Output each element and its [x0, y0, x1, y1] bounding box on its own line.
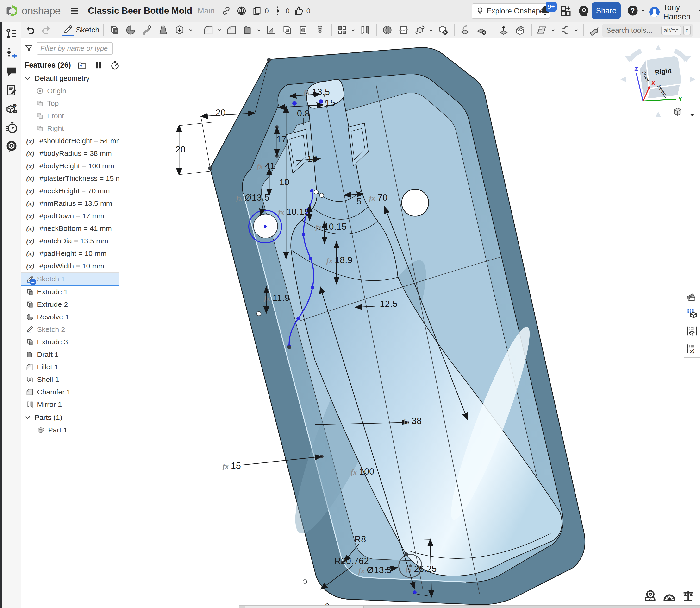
- dimension-label[interactable]: 12.5: [380, 299, 397, 309]
- rollback-icon[interactable]: [110, 60, 120, 70]
- dimension-label[interactable]: fx100: [351, 467, 374, 477]
- chevron-down-icon[interactable]: [216, 27, 222, 33]
- dimension-label[interactable]: fx10.15: [278, 207, 309, 217]
- filter-input[interactable]: [37, 42, 113, 55]
- revolve-icon[interactable]: [124, 23, 137, 37]
- dimension-label[interactable]: 20: [175, 145, 186, 155]
- suppress-icon[interactable]: [94, 60, 103, 70]
- delete-face-icon[interactable]: [475, 23, 488, 37]
- tree-item-right[interactable]: Right: [21, 122, 119, 135]
- dimension-label[interactable]: R20.762: [334, 556, 369, 566]
- tree-item--bodyheight-100-mm[interactable]: (x)#bodyHeight = 100 mm: [21, 160, 119, 172]
- tree-item-extrude-3[interactable]: Extrude 3: [21, 336, 119, 348]
- loft-icon[interactable]: [157, 23, 170, 37]
- move-face-icon[interactable]: [459, 23, 472, 37]
- dimension-label[interactable]: fx38: [403, 416, 422, 426]
- plane-icon[interactable]: [536, 23, 548, 37]
- protractor-icon[interactable]: [662, 589, 677, 604]
- tree-item--rimradius-13-5-mm[interactable]: (x)#rimRadius = 13.5 mm: [21, 197, 119, 210]
- feedback-icon[interactable]: [5, 140, 18, 153]
- feature-list-icon[interactable]: [5, 27, 18, 41]
- appearance-panel-button[interactable]: [684, 287, 700, 304]
- dimension-label[interactable]: fx18.9: [326, 255, 352, 265]
- dimension-label[interactable]: fx26.25: [406, 564, 437, 574]
- tree-item-revolve-1[interactable]: Revolve 1: [21, 311, 119, 323]
- shell-icon[interactable]: [281, 23, 294, 37]
- history-icon[interactable]: [5, 121, 18, 134]
- boolean-icon[interactable]: [381, 23, 394, 37]
- tree-item-mirror-1[interactable]: Mirror 1: [21, 398, 119, 411]
- dimension-label[interactable]: fxØ13.5: [236, 193, 270, 203]
- filter-icon[interactable]: [24, 43, 34, 53]
- mirror-icon[interactable]: [359, 23, 372, 37]
- tree-item--padwidth-10-mm[interactable]: (x)#padWidth = 10 mm: [21, 260, 119, 272]
- dimension-label[interactable]: fx11.9: [264, 293, 290, 303]
- tree-item-shell-1[interactable]: Shell 1: [21, 373, 119, 386]
- thicken-icon[interactable]: [173, 23, 186, 37]
- sweep-icon[interactable]: [140, 23, 153, 37]
- extrude-icon[interactable]: [108, 23, 121, 37]
- tree-item-fillet-1[interactable]: Fillet 1: [21, 361, 119, 373]
- circular-pattern-icon[interactable]: [335, 23, 349, 37]
- tree-item--neckbottom-41-mm[interactable]: (x)#neckBottom = 41 mm: [21, 222, 119, 235]
- tree-item-extrude-1[interactable]: Extrude 1: [21, 286, 119, 298]
- dimension-label[interactable]: fx13.5: [304, 87, 330, 97]
- explore-onshape-button[interactable]: Explore Onshape: [472, 3, 550, 19]
- copies-icon[interactable]: [252, 5, 262, 16]
- sketch-button[interactable]: Sketch: [62, 24, 99, 36]
- tree-item--natchdia-13-5-mm[interactable]: (x)#natchDia = 13.5 mm: [21, 235, 119, 247]
- delete-part-icon[interactable]: [436, 23, 449, 37]
- tree-group-default-geometry[interactable]: Default geometry: [21, 72, 119, 85]
- brand-wordmark[interactable]: onshape: [22, 5, 61, 17]
- enclose-icon[interactable]: [513, 23, 526, 37]
- tree-item-draft-1[interactable]: Draft 1: [21, 348, 119, 361]
- tree-group-parts-1-[interactable]: Parts (1): [21, 411, 119, 424]
- tree-item-chamfer-1[interactable]: Chamfer 1: [21, 386, 119, 398]
- tree-item--padheight-10-mm[interactable]: (x)#padHeight = 10 mm: [21, 247, 119, 260]
- redo-icon[interactable]: [40, 23, 53, 37]
- rib-icon[interactable]: [265, 23, 277, 37]
- create-folder-icon[interactable]: [77, 60, 87, 70]
- chevron-down-icon[interactable]: [428, 27, 434, 33]
- graphics-viewport[interactable]: Right Front Bottom Z X Y fx13.5150.82020…: [119, 38, 700, 608]
- offset-surface-icon[interactable]: [497, 23, 510, 37]
- chevron-down-icon[interactable]: [188, 27, 194, 33]
- dimension-label[interactable]: 10: [279, 177, 289, 187]
- dimension-label[interactable]: fx41: [256, 161, 275, 171]
- fillet-icon[interactable]: [202, 23, 215, 37]
- tree-item--neckheight-70-mm[interactable]: (x)#neckHeight = 70 mm: [21, 185, 119, 197]
- configured-features-button[interactable]: [684, 322, 700, 340]
- tree-item-front[interactable]: Front: [21, 110, 119, 122]
- chevron-down-icon[interactable]: [350, 27, 356, 33]
- chevron-down-icon[interactable]: [573, 27, 579, 33]
- tree-item-part-1[interactable]: Part 1: [21, 424, 119, 436]
- dimension-label[interactable]: 18: [307, 154, 317, 164]
- tree-item-sketch-1[interactable]: Sketch 1: [21, 272, 119, 286]
- comments-icon[interactable]: [5, 65, 18, 78]
- user-menu[interactable]: Tony Hansen: [649, 3, 700, 21]
- share-button[interactable]: Share: [592, 2, 621, 19]
- tape-measure-icon[interactable]: [643, 589, 658, 604]
- tree-item--shoulderheight-54-mm[interactable]: (x)#shoulderHeight = 54 mm: [21, 135, 119, 147]
- learning-center-icon[interactable]: ?: [5, 102, 18, 116]
- tree-item-extrude-2[interactable]: Extrude 2: [21, 298, 119, 311]
- linear-pattern-icon[interactable]: [313, 23, 327, 37]
- view-options-button[interactable]: [672, 106, 698, 119]
- notifications-button[interactable]: 9+: [539, 4, 552, 18]
- dimension-label[interactable]: 5: [356, 196, 362, 207]
- like-icon[interactable]: [293, 5, 304, 16]
- configurations-panel-button[interactable]: [684, 304, 700, 322]
- workspace-label[interactable]: Main: [198, 6, 215, 15]
- mass-properties-icon[interactable]: [681, 589, 696, 604]
- dimension-label[interactable]: R8: [354, 534, 366, 545]
- undo-icon[interactable]: [23, 23, 37, 37]
- menu-icon[interactable]: [69, 5, 80, 16]
- dimension-label[interactable]: fx15: [222, 461, 241, 471]
- dimension-label[interactable]: fx70: [369, 193, 388, 203]
- split-icon[interactable]: [397, 23, 410, 37]
- surface-icon[interactable]: [587, 23, 601, 37]
- tree-item--bodyradius-38-mm[interactable]: (x)#bodyRadius = 38 mm: [21, 147, 119, 160]
- partstudio-tab[interactable]: [245, 606, 364, 608]
- help-menu[interactable]: ?: [626, 4, 647, 17]
- ai-assistant-icon[interactable]: [577, 4, 590, 18]
